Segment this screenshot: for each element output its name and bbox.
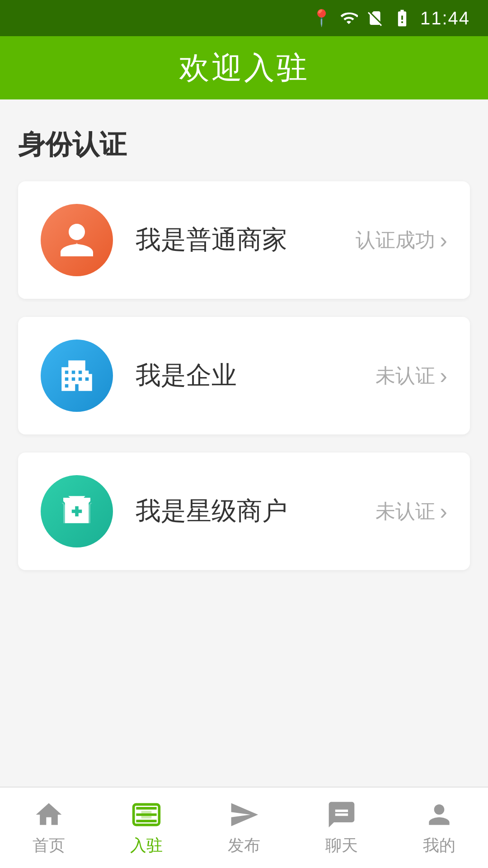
card-left-star: 我是星级商户 <box>41 475 287 547</box>
star-merchant-icon-circle <box>41 475 113 547</box>
status-bar: 📍 11:44 <box>0 0 488 36</box>
nav-label-mine: 我的 <box>423 835 455 857</box>
enterprise-card[interactable]: 我是企业 未认证 › <box>18 317 470 434</box>
card-left-enterprise: 我是企业 <box>41 340 237 412</box>
mine-icon <box>424 799 455 830</box>
app-bar-title: 欢迎入驻 <box>179 47 309 89</box>
nav-label-home: 首页 <box>33 835 65 857</box>
enterprise-icon-circle <box>41 340 113 412</box>
bottom-nav: 首页 入驻 发布 聊天 我的 <box>0 787 488 868</box>
merchant-icon-circle <box>41 204 113 276</box>
app-bar: 欢迎入驻 <box>0 36 488 99</box>
main-content: 身份认证 我是普通商家 认证成功 › <box>0 99 488 570</box>
star-merchant-card[interactable]: 我是星级商户 未认证 › <box>18 453 470 570</box>
battery-icon <box>392 8 412 28</box>
settle-icon <box>131 799 162 830</box>
store-icon <box>56 491 97 532</box>
status-icons: 📍 11:44 <box>311 8 470 28</box>
location-icon: 📍 <box>311 9 332 28</box>
star-merchant-status: 未认证 <box>375 498 435 525</box>
no-sim-icon <box>366 9 384 27</box>
merchant-card[interactable]: 我是普通商家 认证成功 › <box>18 181 470 299</box>
merchant-chevron: › <box>440 227 447 253</box>
status-time: 11:44 <box>420 8 470 28</box>
merchant-main-text: 我是普通商家 <box>136 223 287 257</box>
card-left-merchant: 我是普通商家 <box>41 204 287 276</box>
chat-icon <box>326 799 357 830</box>
nav-item-home[interactable]: 首页 <box>33 799 65 857</box>
enterprise-main-text: 我是企业 <box>136 359 237 393</box>
star-merchant-main-text: 我是星级商户 <box>136 494 287 528</box>
nav-item-publish[interactable]: 发布 <box>228 799 260 857</box>
nav-item-mine[interactable]: 我的 <box>423 799 455 857</box>
merchant-status: 认证成功 <box>356 227 435 254</box>
nav-label-publish: 发布 <box>228 835 260 857</box>
home-icon <box>33 799 64 830</box>
nav-label-chat: 聊天 <box>325 835 358 857</box>
nav-item-chat[interactable]: 聊天 <box>325 799 358 857</box>
publish-icon <box>229 799 259 830</box>
enterprise-chevron: › <box>440 363 447 389</box>
section-title: 身份认证 <box>18 127 470 163</box>
card-right-merchant: 认证成功 › <box>356 227 447 254</box>
person-icon <box>56 220 97 260</box>
card-right-star: 未认证 › <box>375 498 447 525</box>
star-merchant-chevron: › <box>440 498 447 524</box>
nav-label-settle: 入驻 <box>130 835 163 857</box>
wifi-icon <box>340 9 358 27</box>
nav-item-settle[interactable]: 入驻 <box>130 799 163 857</box>
enterprise-status: 未认证 <box>375 363 435 389</box>
building-icon <box>56 355 97 396</box>
card-right-enterprise: 未认证 › <box>375 363 447 389</box>
